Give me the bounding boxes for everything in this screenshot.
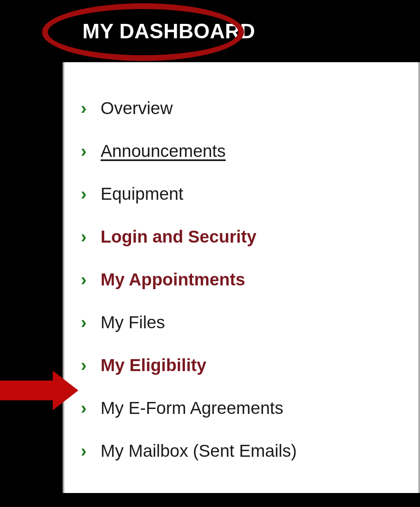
chevron-right-icon: › [81, 398, 101, 418]
nav-label: Equipment [101, 184, 183, 204]
nav-item-my-appointments[interactable]: › My Appointments [81, 258, 406, 301]
nav-label: Login and Security [101, 227, 256, 247]
bottom-black-strip [63, 493, 420, 507]
dashboard-header: MY DASHBOARD [63, 0, 420, 62]
nav-item-my-files[interactable]: › My Files [81, 301, 406, 344]
nav-item-my-eligibility[interactable]: › My Eligibility [81, 344, 406, 387]
nav-item-login-security[interactable]: › Login and Security [81, 215, 406, 258]
left-black-strip [0, 0, 63, 507]
chevron-right-icon: › [81, 441, 101, 461]
dashboard-title: MY DASHBOARD [82, 19, 255, 43]
nav-item-announcements[interactable]: › Announcements [81, 130, 406, 173]
nav-item-overview[interactable]: › Overview [81, 87, 406, 130]
nav-item-my-eform-agreements[interactable]: › My E-Form Agreements [81, 387, 406, 430]
nav-label: Announcements [101, 141, 226, 161]
nav-label: Overview [101, 98, 173, 118]
chevron-right-icon: › [81, 227, 101, 247]
chevron-right-icon: › [81, 98, 101, 118]
chevron-right-icon: › [81, 184, 101, 204]
nav-item-my-mailbox[interactable]: › My Mailbox (Sent Emails) [81, 430, 406, 472]
chevron-right-icon: › [81, 355, 101, 375]
nav-label: My Mailbox (Sent Emails) [101, 441, 297, 461]
dashboard-panel: MY DASHBOARD › Overview › Announcements … [63, 0, 420, 507]
chevron-right-icon: › [81, 270, 101, 290]
nav-label: My Files [101, 313, 165, 332]
chevron-right-icon: › [81, 141, 101, 161]
dashboard-nav: › Overview › Announcements › Equipment ›… [63, 62, 420, 493]
nav-label: My Appointments [101, 270, 245, 290]
nav-item-equipment[interactable]: › Equipment [81, 173, 406, 215]
nav-label: My Eligibility [101, 355, 206, 375]
nav-label: My E-Form Agreements [101, 398, 283, 418]
chevron-right-icon: › [81, 313, 101, 332]
